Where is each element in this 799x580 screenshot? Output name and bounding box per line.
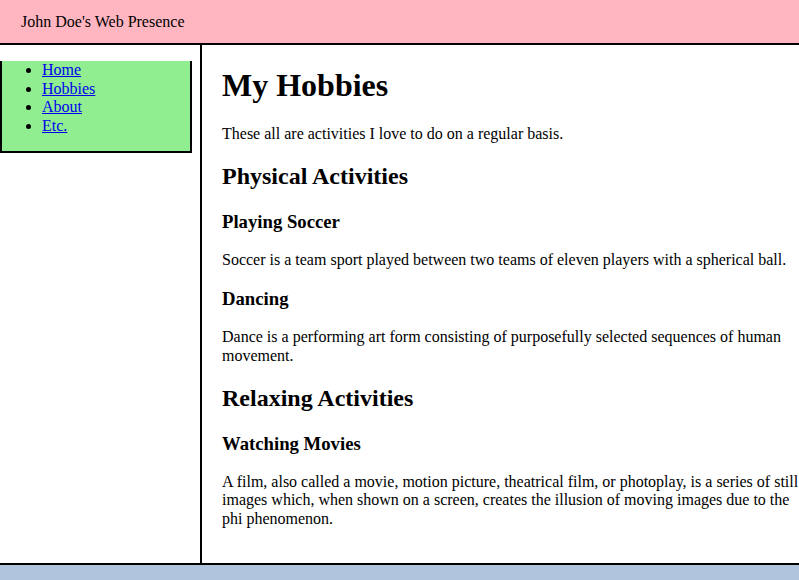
main-content: My Hobbies These all are activities I lo… <box>200 45 799 563</box>
page-header: John Doe's Web Presence <box>0 0 799 45</box>
paragraph-dancing: Dance is a performing art form consistin… <box>222 328 799 365</box>
nav-item-hobbies: Hobbies <box>42 80 190 98</box>
nav-item-about: About <box>42 98 190 116</box>
nav-item-home: Home <box>42 61 190 79</box>
paragraph-playing-soccer: Soccer is a team sport played between tw… <box>222 251 799 269</box>
sidebar-column: Home Hobbies About Etc. <box>0 45 200 563</box>
page-footer <box>0 563 799 580</box>
nav-item-etc: Etc. <box>42 117 190 135</box>
section-heading-physical-activities: Physical Activities <box>222 163 799 191</box>
subsection-heading-watching-movies: Watching Movies <box>222 433 799 455</box>
site-title: John Doe's Web Presence <box>21 13 184 30</box>
subsection-heading-playing-soccer: Playing Soccer <box>222 211 799 233</box>
nav-link-home[interactable]: Home <box>42 61 81 78</box>
nav-list: Home Hobbies About Etc. <box>2 61 190 135</box>
nav-link-about[interactable]: About <box>42 98 82 115</box>
intro-paragraph: These all are activities I love to do on… <box>222 125 799 143</box>
page-title: My Hobbies <box>222 67 799 104</box>
section-heading-relaxing-activities: Relaxing Activities <box>222 385 799 413</box>
content-area: Home Hobbies About Etc. My Hobbies These… <box>0 45 799 563</box>
nav-link-etc[interactable]: Etc. <box>42 117 67 134</box>
nav-link-hobbies[interactable]: Hobbies <box>42 80 95 97</box>
subsection-heading-dancing: Dancing <box>222 288 799 310</box>
paragraph-watching-movies: A film, also called a movie, motion pict… <box>222 473 799 528</box>
sidebar-nav: Home Hobbies About Etc. <box>0 61 192 153</box>
